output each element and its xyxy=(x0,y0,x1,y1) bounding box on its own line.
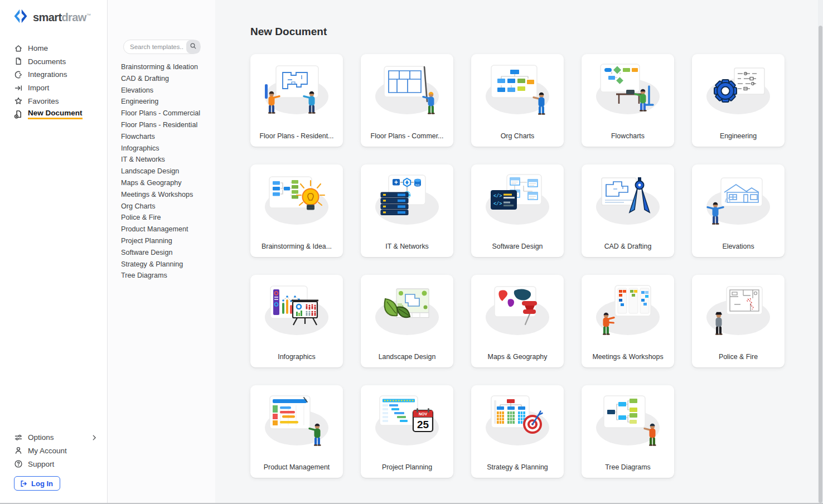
template-card-meetings-workshops[interactable]: Meetings & Workshops xyxy=(582,275,674,367)
template-card-floor-plans-residential[interactable]: Floor Plans - Resident... xyxy=(250,54,343,147)
scrollbar-thumb[interactable] xyxy=(819,26,822,503)
template-illustration xyxy=(365,278,449,342)
svg-text:</>: </> xyxy=(493,201,502,207)
smartdraw-logo[interactable]: smartdraw™ xyxy=(0,0,107,26)
template-card-landscape-design[interactable]: Landscape Design xyxy=(361,275,453,367)
template-card-label: Police & Fire xyxy=(694,353,782,361)
footer-item-my-account[interactable]: My Account xyxy=(0,444,107,458)
category-item-engineering[interactable]: Engineering xyxy=(108,96,215,108)
template-card-label: Floor Plans - Resident... xyxy=(253,132,341,140)
category-item-brainstorming-ideation[interactable]: Brainstorming & Ideation xyxy=(108,61,215,73)
template-card-brainstorming-ideation[interactable]: Brainstorming & Idea... xyxy=(250,164,343,257)
template-card-elevations[interactable]: Elevations xyxy=(692,164,785,257)
log-in-label: Log In xyxy=(31,479,53,488)
login-icon xyxy=(20,479,28,488)
template-illustration xyxy=(586,57,670,122)
nav-label: Home xyxy=(28,44,48,52)
template-illustration: SQL xyxy=(365,168,449,232)
sidebar-item-integrations[interactable]: Integrations xyxy=(0,68,107,81)
template-card-software-design[interactable]: </></> Software Design xyxy=(471,164,564,257)
template-card-it-networks[interactable]: SQL IT & Networks xyxy=(361,164,453,257)
chevron-right-icon xyxy=(90,447,98,454)
category-item-project-planning[interactable]: Project Planning xyxy=(108,235,215,247)
nav-icon xyxy=(14,84,23,93)
category-item-strategy-planning[interactable]: Strategy & Planning xyxy=(108,259,215,270)
category-item-cad-drafting[interactable]: CAD & Drafting xyxy=(108,73,215,85)
template-card-engineering[interactable]: Engineering xyxy=(692,54,785,147)
category-item-it-networks[interactable]: IT & Networks xyxy=(108,154,215,166)
sidebar-item-import[interactable]: Import xyxy=(0,81,107,95)
nav-label: Favorites xyxy=(28,97,59,105)
footer-label: Support xyxy=(28,460,54,468)
smartdraw-logo-text: smartdraw™ xyxy=(33,7,90,26)
category-item-maps-geography[interactable]: Maps & Geography xyxy=(108,177,215,189)
category-item-tree-diagrams[interactable]: Tree Diagrams xyxy=(108,270,215,282)
template-card-maps-geography[interactable]: Maps & Geography xyxy=(471,275,564,367)
sidebar-item-documents[interactable]: Documents xyxy=(0,55,107,68)
category-item-landscape-design[interactable]: Landscape Design xyxy=(108,166,215,177)
logo-text-bold: smart xyxy=(33,11,61,23)
template-illustration xyxy=(476,278,559,342)
template-card-cad-drafting[interactable]: CAD & Drafting xyxy=(582,164,674,257)
template-card-floor-plans-commercial[interactable]: Floor Plans - Commer... xyxy=(361,54,453,147)
template-card-strategy-planning[interactable]: Strategy & Planning xyxy=(471,385,564,478)
footer-item-options[interactable]: Options xyxy=(0,431,107,444)
template-card-product-management[interactable]: Product Management xyxy=(250,385,343,478)
template-illustration xyxy=(696,57,780,122)
nav-icon xyxy=(14,110,23,119)
log-in-button[interactable]: Log In xyxy=(14,476,60,491)
template-card-org-charts[interactable]: Org Charts xyxy=(471,54,564,147)
category-item-floor-plans-residential[interactable]: Floor Plans - Residential xyxy=(108,119,215,131)
sidebar-item-home[interactable]: Home xyxy=(0,42,107,55)
category-item-flowcharts[interactable]: Flowcharts xyxy=(108,131,215,143)
category-item-infographics[interactable]: Infographics xyxy=(108,143,215,154)
search-button[interactable] xyxy=(186,40,200,54)
template-card-project-planning[interactable]: NOV25 Project Planning xyxy=(361,385,453,478)
svg-text:25: 25 xyxy=(417,419,429,430)
sidebar-item-new-document[interactable]: New Document xyxy=(0,108,107,121)
category-item-product-management[interactable]: Product Management xyxy=(108,224,215,235)
template-card-tree-diagrams[interactable]: Tree Diagrams xyxy=(582,385,674,478)
template-illustration xyxy=(255,168,338,232)
category-item-meetings-workshops[interactable]: Meetings & Workshops xyxy=(108,189,215,201)
template-illustration: NOV25 xyxy=(365,389,449,453)
template-card-flowcharts[interactable]: Flowcharts xyxy=(582,54,674,147)
template-search xyxy=(123,40,201,54)
main-content: New Document Floor Plans - Resident... F… xyxy=(215,0,823,504)
template-card-label: Project Planning xyxy=(363,463,451,471)
category-item-elevations[interactable]: Elevations xyxy=(108,85,215,96)
template-card-infographics[interactable]: Infographics xyxy=(250,275,343,367)
scrollbar[interactable] xyxy=(818,0,823,504)
template-card-label: Meetings & Workshops xyxy=(584,353,672,361)
template-illustration xyxy=(696,278,780,342)
template-card-label: Elevations xyxy=(694,243,782,250)
template-illustration xyxy=(255,278,338,342)
template-card-police-fire[interactable]: Police & Fire xyxy=(692,275,785,367)
template-illustration xyxy=(255,389,338,453)
template-card-label: IT & Networks xyxy=(363,243,451,250)
footer-label: Options xyxy=(28,433,54,442)
sidebar-footer-nav: Options My Account Support xyxy=(0,431,107,471)
template-card-label: Maps & Geography xyxy=(473,353,561,361)
footer-icon xyxy=(14,446,23,455)
template-illustration xyxy=(365,57,449,122)
template-illustration xyxy=(586,278,670,342)
template-card-label: Floor Plans - Commer... xyxy=(363,132,451,140)
sidebar-item-favorites[interactable]: Favorites xyxy=(0,94,107,108)
nav-icon xyxy=(14,44,23,53)
category-item-floor-plans-commercial[interactable]: Floor Plans - Commercial xyxy=(108,108,215,119)
template-illustration xyxy=(255,57,338,122)
category-item-police-fire[interactable]: Police & Fire xyxy=(108,212,215,224)
svg-text:NOV: NOV xyxy=(419,412,428,416)
svg-text:</>: </> xyxy=(493,193,502,199)
template-card-label: CAD & Drafting xyxy=(584,243,672,250)
category-item-org-charts[interactable]: Org Charts xyxy=(108,201,215,212)
category-item-software-design[interactable]: Software Design xyxy=(108,247,215,259)
template-illustration xyxy=(476,57,559,122)
trademark: ™ xyxy=(86,13,90,18)
chevron-right-icon xyxy=(90,434,98,442)
template-card-label: Landscape Design xyxy=(363,353,451,361)
footer-item-support[interactable]: Support xyxy=(0,457,107,471)
category-list: Brainstorming & Ideation CAD & Drafting … xyxy=(108,61,215,282)
sidebar: smartdraw™ Home Documents Integrations I… xyxy=(0,0,108,504)
